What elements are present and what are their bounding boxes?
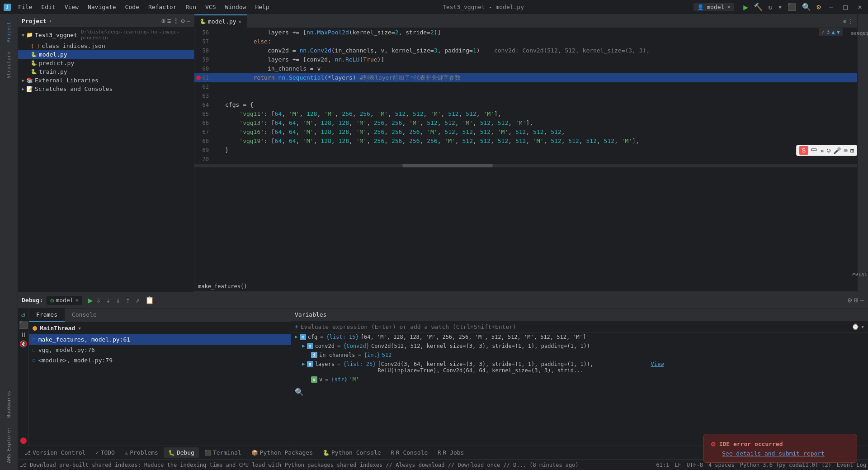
frame-item-1[interactable]: ☐ vgg, model.py:76: [29, 345, 291, 355]
line-content-70[interactable]: [222, 155, 857, 164]
view-link-layers[interactable]: View: [651, 361, 664, 367]
ime-keyboard-icon[interactable]: ⌨: [844, 147, 847, 154]
settings-icon[interactable]: ⚙: [181, 17, 184, 24]
ime-mic-icon[interactable]: 🎤: [833, 147, 841, 154]
debug-minimize[interactable]: −: [860, 296, 864, 304]
menu-vcs[interactable]: VCS: [202, 3, 219, 11]
line-content-58[interactable]: conv2d = nn.Conv2d(in_channels, v, kerne…: [222, 46, 857, 55]
step-out-button[interactable]: ⇡: [124, 295, 132, 305]
pause-debug-btn[interactable]: ⏸: [20, 331, 27, 338]
btm-tab-terminal[interactable]: ⬛ Terminal: [200, 447, 246, 458]
btm-tab-r-jobs[interactable]: R R Jobs: [433, 447, 468, 458]
restart-debug-btn[interactable]: ↺: [21, 310, 26, 319]
btm-tab-python-packages[interactable]: 📦 Python Packages: [247, 447, 317, 458]
line-content-56[interactable]: layers += [nn.MaxPool2d(kernel_size=2, s…: [222, 28, 857, 37]
line-count-badge[interactable]: ✓ 3 ▲ ▼: [819, 28, 843, 36]
var-search-icon[interactable]: 🔍: [295, 388, 304, 396]
ide-error-link[interactable]: See details and submit report: [711, 450, 849, 457]
line-count-up[interactable]: ▲: [832, 29, 835, 35]
menu-window[interactable]: Window: [221, 3, 250, 11]
btm-tab-todo[interactable]: ✓ TODO: [91, 447, 119, 458]
line-content-67[interactable]: 'vgg16': [64, 64, 'M', 128, 128, 'M', 25…: [222, 128, 857, 137]
menu-code[interactable]: Code: [122, 3, 143, 11]
frame-item-2[interactable]: ☐ <module>, model.py:79: [29, 355, 291, 366]
line-content-65[interactable]: 'vgg11': [64, 'M', 128, 'M', 256, 256, '…: [222, 109, 857, 119]
btm-tab-python-console[interactable]: 🐍 Python Console: [318, 447, 386, 458]
search-everywhere-button[interactable]: 🔍: [802, 3, 811, 11]
run-to-cursor-button[interactable]: ↗: [134, 295, 142, 305]
line-content-59[interactable]: layers += [conv2d, nn.ReLU(True)]: [222, 55, 857, 64]
resume-button[interactable]: ▶: [88, 295, 93, 305]
close-button[interactable]: ×: [855, 3, 864, 12]
mute-breakpoints-btn[interactable]: 🔇: [19, 340, 27, 347]
tree-item-external-libs[interactable]: ▶ 📚 External Libraries: [18, 76, 194, 85]
tree-item-class-indices[interactable]: { } class_indices.json: [18, 42, 194, 50]
line-content-57[interactable]: else:: [222, 37, 857, 46]
breakpoint-61[interactable]: [196, 76, 201, 80]
var-toggle-conv2d[interactable]: ▶: [302, 343, 305, 349]
thread-dropdown[interactable]: ▾: [78, 325, 81, 332]
status-encoding[interactable]: UTF-8: [687, 462, 703, 468]
btm-tab-version-control[interactable]: ⎇ Version Control: [20, 447, 90, 458]
filter-icon[interactable]: ⋮: [173, 17, 179, 24]
menu-help[interactable]: Help: [251, 3, 273, 11]
sync-button[interactable]: ↻: [768, 3, 773, 11]
settings-button[interactable]: ⚙: [816, 3, 821, 11]
ime-grid-icon[interactable]: ⊞: [850, 147, 854, 154]
run-button[interactable]: ▶: [743, 2, 748, 12]
status-line-sep[interactable]: LF: [675, 462, 681, 468]
menu-bar[interactable]: File Edit View Navigate Code Refactor Ru…: [14, 3, 273, 11]
status-git-icon[interactable]: ⎇: [20, 462, 26, 468]
line-count-down[interactable]: ▼: [837, 29, 840, 35]
line-content-60[interactable]: in_channels = v: [222, 64, 857, 73]
btm-tab-debug[interactable]: 🐛 Debug: [164, 447, 199, 458]
build-button[interactable]: 🔨: [754, 3, 763, 11]
line-content-68[interactable]: 'vgg19': [64, 64, 'M', 128, 128, 'M', 25…: [222, 137, 857, 146]
menu-edit[interactable]: Edit: [38, 3, 59, 11]
sciview-vtab[interactable]: SciView: [849, 270, 868, 278]
step-into-my-code-button[interactable]: ↓: [114, 295, 123, 305]
btm-tab-r-console[interactable]: R R Console: [387, 447, 433, 458]
locate-icon[interactable]: ⊕: [161, 17, 165, 24]
ime-arrow-icon[interactable]: »: [820, 147, 824, 154]
stop-button[interactable]: ⬛: [788, 3, 797, 11]
dropdown-btn[interactable]: ▾: [778, 3, 783, 11]
tree-item-predict[interactable]: 🐍 predict.py: [18, 59, 194, 67]
maximize-button[interactable]: □: [841, 3, 850, 12]
eval-dropdown-icon[interactable]: ▾: [861, 323, 864, 330]
status-position[interactable]: 61:1: [656, 462, 669, 468]
frame-item-0[interactable]: ☐ make_features, model.py:61: [29, 334, 291, 345]
debug-settings-icon[interactable]: ⚙: [848, 296, 852, 304]
bookmarks-vtab[interactable]: Bookmarks: [4, 387, 14, 422]
project-vtab[interactable]: Project: [4, 18, 14, 46]
collapse-all-icon[interactable]: ≡: [167, 17, 171, 24]
line-content-66[interactable]: 'vgg13': [64, 64, 'M', 128, 128, 'M', 25…: [222, 119, 857, 128]
line-content-69[interactable]: }: [222, 146, 857, 155]
database-vtab[interactable]: Database: [847, 30, 868, 38]
btm-tab-problems[interactable]: ⚠ Problems: [120, 447, 163, 458]
tab-close-icon[interactable]: ×: [238, 19, 241, 25]
breakpoints-btn[interactable]: ⬤: [20, 437, 27, 444]
breadcrumb-item-make-features[interactable]: make_features(): [198, 283, 247, 290]
tab-model-py[interactable]: 🐍 model.py ×: [194, 14, 247, 28]
run-config-dropdown[interactable]: ▾: [727, 4, 731, 10]
code-scroll-area[interactable]: 56 layers += [nn.MaxPool2d(kernel_size=2…: [194, 28, 857, 281]
editor-settings-icon[interactable]: ⚙: [843, 18, 846, 24]
line-content-61[interactable]: return nn.Sequential(*layers) #列表layer前加…: [222, 73, 857, 82]
tab-console[interactable]: Console: [65, 309, 104, 322]
step-over-button[interactable]: ⇩: [94, 295, 103, 305]
line-content-64[interactable]: cfgs = {: [222, 100, 857, 109]
debug-session-close[interactable]: ×: [75, 297, 79, 304]
var-toggle-layers[interactable]: ▶: [302, 361, 305, 367]
eval-expression-input[interactable]: [300, 323, 850, 330]
minimize-button[interactable]: −: [826, 3, 835, 12]
ime-sougou-btn[interactable]: S: [799, 146, 809, 155]
tab-frames[interactable]: Frames: [29, 309, 65, 322]
menu-run[interactable]: Run: [182, 3, 200, 11]
tree-item-train[interactable]: 🐍 train.py: [18, 67, 194, 76]
line-content-62[interactable]: [222, 82, 857, 91]
menu-navigate[interactable]: Navigate: [84, 3, 120, 11]
stop-debug-btn[interactable]: ⬛: [19, 321, 28, 329]
add-watch-icon[interactable]: +: [295, 323, 298, 330]
editor-split-icon[interactable]: ⋮: [848, 18, 854, 24]
